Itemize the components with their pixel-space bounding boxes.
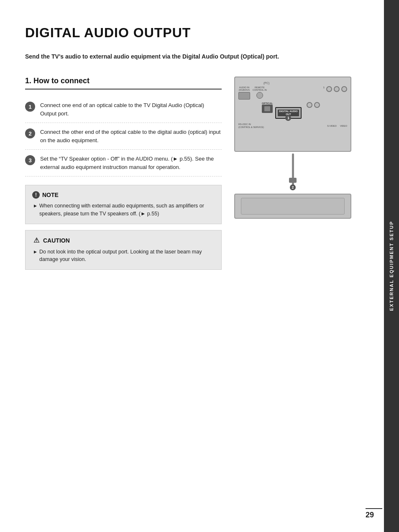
step-item-1: 1 Connect one end of an optical cable to… bbox=[25, 96, 222, 123]
caution-box: ⚠ CAUTION Do not look into the optical o… bbox=[25, 230, 222, 270]
number-1: 1 bbox=[323, 86, 325, 89]
circle-port-2 bbox=[334, 86, 340, 92]
note-title: ! NOTE bbox=[32, 191, 215, 199]
audio-in-socket bbox=[238, 92, 250, 100]
page-container: DIGITAL AUDIO OUTPUT Send the TV's audio… bbox=[0, 0, 376, 301]
remote-label: REMOTECONTROL IN bbox=[253, 86, 267, 91]
step-number-2: 2 bbox=[25, 128, 35, 138]
step-number-1: 1 bbox=[25, 102, 35, 112]
optical-section: OPTICAL bbox=[262, 102, 273, 113]
side-label-bar: EXTERNAL EQUIPMENT SETUP bbox=[384, 0, 399, 532]
caution-title: ⚠ CAUTION bbox=[32, 236, 215, 245]
steps-list: 1 Connect one end of an optical cable to… bbox=[25, 96, 222, 176]
step-text-3: Set the “TV Speaker option - Off” in the… bbox=[40, 155, 222, 171]
step2-circle: 2 bbox=[290, 184, 296, 190]
remote-port: REMOTECONTROL IN bbox=[253, 86, 267, 99]
diagram-area: (PC) AUDIO IN(RGB/DVI) REMOTECONTROL IN bbox=[234, 77, 351, 276]
step-text-1: Connect one end of an optical cable to t… bbox=[40, 101, 222, 118]
audio-in-port: AUDIO IN(RGB/DVI) bbox=[238, 86, 250, 100]
rs232c-label: RS-232C IN(CONTROL & SERVICE) bbox=[238, 123, 264, 128]
ports-top-row: AUDIO IN(RGB/DVI) REMOTECONTROL IN 1 bbox=[238, 86, 347, 100]
right-circle-2 bbox=[314, 102, 320, 108]
bottom-divider bbox=[366, 508, 382, 509]
caution-content: Do not look into the optical output port… bbox=[32, 248, 215, 264]
right-circles bbox=[307, 102, 320, 108]
svideo-video-labels: S-VIDEO VIDEO bbox=[327, 125, 347, 127]
step-text-2: Connect the other end of the optical cab… bbox=[40, 128, 222, 144]
pc-label: (PC) bbox=[238, 82, 347, 84]
caution-icon: ⚠ bbox=[32, 236, 41, 245]
step-number-3: 3 bbox=[25, 155, 35, 165]
note-icon: ! bbox=[32, 191, 40, 199]
cable-area: 2 bbox=[234, 152, 351, 194]
audio-device bbox=[234, 194, 351, 219]
optical-port bbox=[262, 105, 273, 113]
circle-port-3 bbox=[341, 86, 347, 92]
optical-inner bbox=[264, 106, 270, 111]
top-circles: 1 bbox=[323, 86, 347, 92]
audio-in-label: AUDIO IN(RGB/DVI) bbox=[239, 86, 250, 91]
connector bbox=[289, 178, 297, 183]
tv-back-panel: (PC) AUDIO IN(RGB/DVI) REMOTECONTROL IN bbox=[234, 77, 351, 152]
bottom-label-row: RS-232C IN(CONTROL & SERVICE) S-VIDEO VI… bbox=[238, 123, 347, 128]
note-title-text: NOTE bbox=[42, 192, 59, 198]
side-label-text: EXTERNAL EQUIPMENT SETUP bbox=[389, 221, 394, 311]
right-circle-1 bbox=[307, 102, 312, 108]
section-title: 1. How to connect bbox=[25, 77, 222, 85]
intro-text: Send the TV's audio to external audio eq… bbox=[25, 53, 351, 60]
digital-audio-out-highlighted: DIGITAL AUDIOOUT 1 bbox=[275, 107, 301, 119]
step-item-2: 2 Connect the other end of the optical c… bbox=[25, 123, 222, 150]
content-layout: 1. How to connect 1 Connect one end of a… bbox=[25, 77, 351, 276]
svideo-label: S-VIDEO bbox=[327, 125, 337, 127]
page-title: DIGITAL AUDIO OUTPUT bbox=[25, 25, 351, 41]
circle-port-1 bbox=[326, 86, 332, 92]
note-content: When connecting with external audio equi… bbox=[32, 202, 215, 218]
left-column: 1. How to connect 1 Connect one end of a… bbox=[25, 77, 222, 276]
middle-row: OPTICAL DIGITAL AUDIOOUT 1 bbox=[238, 102, 347, 119]
connector-bottom-area: 2 bbox=[289, 178, 297, 190]
device-body bbox=[241, 198, 345, 215]
note-box: ! NOTE When connecting with external aud… bbox=[25, 185, 222, 224]
caution-title-text: CAUTION bbox=[43, 237, 70, 244]
step-item-3: 3 Set the “TV Speaker option - Off” in t… bbox=[25, 150, 222, 176]
section-divider bbox=[25, 89, 222, 90]
step1-circle: 1 bbox=[285, 115, 291, 121]
video-label: VIDEO bbox=[340, 125, 347, 127]
page-number: 29 bbox=[366, 511, 374, 519]
remote-socket bbox=[256, 92, 263, 99]
